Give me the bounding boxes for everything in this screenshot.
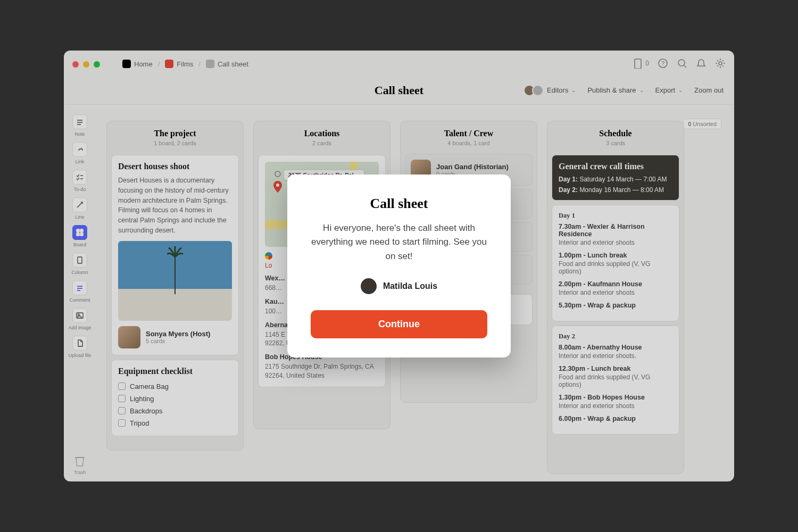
avatar — [361, 278, 377, 294]
app-window: Home / Films / Call sheet 0 ? Call sheet… — [64, 51, 734, 481]
continue-button[interactable]: Continue — [311, 310, 487, 338]
modal-author: Matilda Louis — [311, 278, 487, 294]
modal-title: Call sheet — [311, 196, 487, 212]
modal-scrim[interactable]: Call sheet Hi everyone, here's the call … — [64, 51, 734, 481]
welcome-modal: Call sheet Hi everyone, here's the call … — [287, 174, 511, 358]
author-name: Matilda Louis — [383, 281, 437, 291]
modal-body: Hi everyone, here's the call sheet with … — [311, 221, 487, 263]
